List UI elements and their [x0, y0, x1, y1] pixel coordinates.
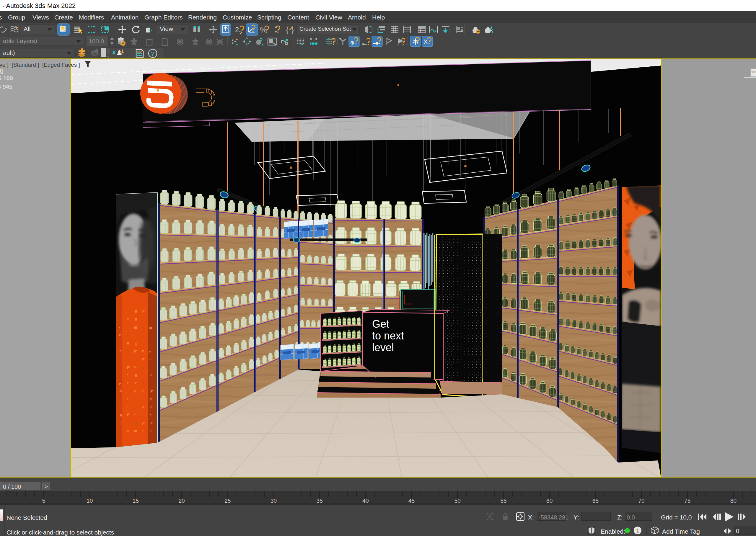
svg-text:X: X [424, 38, 428, 46]
svg-text:Get: Get [372, 318, 389, 330]
svg-text:to next: to next [372, 330, 404, 342]
svg-text:A: A [301, 42, 303, 46]
svg-text:?: ? [151, 50, 154, 57]
svg-text:level: level [372, 342, 394, 353]
svg-text:1: 1 [636, 527, 639, 534]
svg-text:2: 2 [235, 26, 239, 34]
svg-text:{: { [286, 25, 289, 34]
